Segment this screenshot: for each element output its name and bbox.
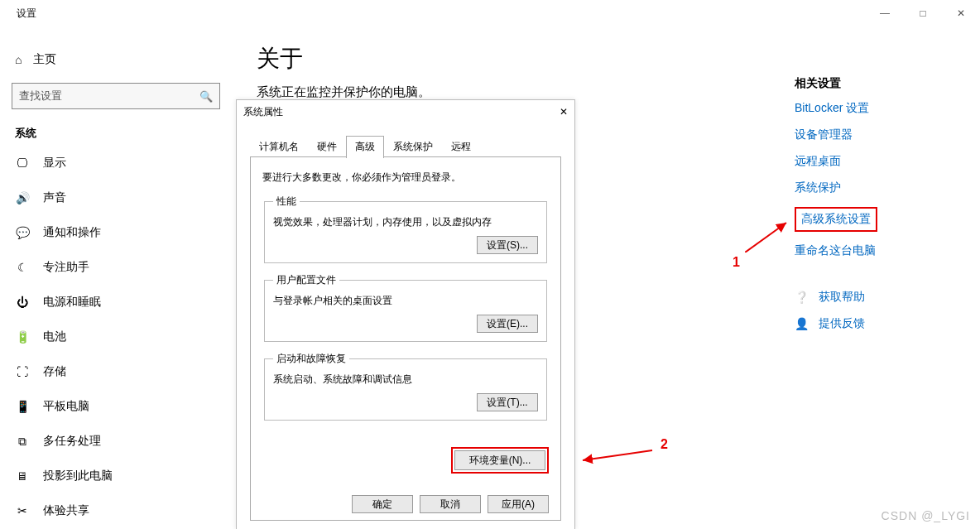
dialog-close-icon[interactable]: ✕ bbox=[560, 106, 568, 118]
sidebar-item-icon: 🖵 bbox=[15, 156, 30, 170]
group-legend: 性能 bbox=[273, 195, 300, 209]
feedback-icon: 👤 bbox=[795, 317, 809, 330]
sidebar-item-label: 多任务处理 bbox=[43, 434, 101, 449]
sidebar-item-1[interactable]: 🔊声音 bbox=[12, 180, 220, 215]
section-title: 系统 bbox=[15, 126, 220, 141]
tab-1[interactable]: 硬件 bbox=[308, 136, 346, 158]
sidebar-item-3[interactable]: ☾专注助手 bbox=[12, 250, 220, 285]
maximize-button[interactable]: □ bbox=[904, 0, 942, 26]
sidebar-item-icon: 🔋 bbox=[15, 330, 30, 344]
group-settings-button[interactable]: 设置(S)... bbox=[477, 236, 538, 254]
sidebar-item-icon: ☾ bbox=[15, 261, 30, 274]
group-text: 与登录帐户相关的桌面设置 bbox=[273, 294, 538, 308]
sidebar-item-icon: 🖥 bbox=[15, 469, 30, 483]
related-head: 相关设置 bbox=[795, 76, 960, 91]
page-title: 关于 bbox=[257, 43, 955, 75]
sidebar-item-6[interactable]: ⛶存储 bbox=[12, 354, 220, 389]
group-settings-button[interactable]: 设置(E)... bbox=[477, 315, 538, 333]
sidebar-item-label: 通知和操作 bbox=[43, 225, 101, 240]
sidebar-item-4[interactable]: ⏻电源和睡眠 bbox=[12, 285, 220, 320]
sidebar-item-0[interactable]: 🖵显示 bbox=[12, 146, 220, 180]
tab-0[interactable]: 计算机名 bbox=[250, 136, 308, 158]
sidebar-item-icon: ⏻ bbox=[15, 296, 30, 309]
apply-button[interactable]: 应用(A) bbox=[488, 495, 549, 513]
cancel-button[interactable]: 取消 bbox=[420, 495, 481, 513]
sidebar-item-label: 专注助手 bbox=[43, 260, 89, 275]
group-legend: 用户配置文件 bbox=[273, 273, 339, 287]
sidebar-item-label: 电源和睡眠 bbox=[43, 295, 101, 310]
sidebar-item-2[interactable]: 💬通知和操作 bbox=[12, 215, 220, 250]
link-advanced-system[interactable]: 高级系统设置 bbox=[801, 212, 871, 227]
sidebar-item-9[interactable]: 🖥投影到此电脑 bbox=[12, 459, 220, 493]
sidebar-item-5[interactable]: 🔋电池 bbox=[12, 320, 220, 354]
sidebar-item-icon: 💬 bbox=[15, 226, 30, 239]
sidebar-item-10[interactable]: ✂体验共享 bbox=[12, 493, 220, 528]
feedback-label: 提供反馈 bbox=[819, 316, 865, 331]
get-help-link[interactable]: ❔ 获取帮助 bbox=[795, 290, 960, 305]
group-settings-button[interactable]: 设置(T)... bbox=[477, 393, 538, 411]
tab-2[interactable]: 高级 bbox=[346, 136, 384, 158]
watermark: CSDN @_LYGI bbox=[882, 509, 970, 522]
home-icon: ⌂ bbox=[15, 53, 22, 66]
sidebar-item-label: 电池 bbox=[43, 329, 66, 344]
ok-button[interactable]: 确定 bbox=[352, 495, 413, 513]
annotation-2: 2 bbox=[661, 437, 668, 452]
group-2: 启动和故障恢复系统启动、系统故障和调试信息设置(T)... bbox=[264, 352, 547, 421]
link-device-manager[interactable]: 设备管理器 bbox=[795, 127, 960, 142]
sidebar-item-icon: ⧉ bbox=[15, 435, 30, 449]
env-vars-button[interactable]: 环境变量(N)... bbox=[454, 450, 545, 470]
group-1: 用户配置文件与登录帐户相关的桌面设置设置(E)... bbox=[264, 273, 547, 342]
tab-3[interactable]: 系统保护 bbox=[384, 136, 442, 158]
annotation-1: 1 bbox=[733, 255, 740, 270]
help-icon: ❔ bbox=[795, 291, 809, 304]
window-title: 设置 bbox=[17, 7, 36, 21]
close-button[interactable]: ✕ bbox=[942, 0, 980, 26]
group-legend: 启动和故障恢复 bbox=[273, 352, 349, 366]
sidebar-item-label: 投影到此电脑 bbox=[43, 469, 113, 483]
home-link[interactable]: ⌂ 主页 bbox=[12, 43, 220, 76]
home-label: 主页 bbox=[33, 52, 56, 67]
sidebar-item-label: 体验共享 bbox=[43, 503, 89, 518]
link-system-protect[interactable]: 系统保护 bbox=[795, 180, 960, 195]
minimize-button[interactable]: — bbox=[866, 0, 904, 26]
sidebar-item-label: 存储 bbox=[43, 364, 66, 379]
tab-4[interactable]: 远程 bbox=[442, 136, 480, 158]
link-rename-pc[interactable]: 重命名这台电脑 bbox=[795, 243, 960, 258]
dialog-title: 系统属性 bbox=[243, 105, 283, 119]
search-input[interactable]: 查找设置 🔍 bbox=[12, 83, 220, 109]
system-properties-dialog: 系统属性 ✕ 计算机名硬件高级系统保护远程 要进行大多数更改，你必须作为管理员登… bbox=[236, 99, 575, 529]
sidebar-item-label: 平板电脑 bbox=[43, 399, 89, 414]
link-remote-desktop[interactable]: 远程桌面 bbox=[795, 154, 960, 169]
sidebar-item-label: 显示 bbox=[43, 156, 66, 171]
search-icon: 🔍 bbox=[199, 90, 213, 103]
sidebar-item-icon: ⛶ bbox=[15, 365, 30, 378]
group-text: 系统启动、系统故障和调试信息 bbox=[273, 373, 538, 387]
feedback-link[interactable]: 👤 提供反馈 bbox=[795, 316, 960, 331]
help-label: 获取帮助 bbox=[819, 290, 865, 305]
related-settings: 相关设置 BitLocker 设置 设备管理器 远程桌面 系统保护 高级系统设置… bbox=[795, 76, 960, 343]
sidebar-item-7[interactable]: 📱平板电脑 bbox=[12, 389, 220, 424]
sidebar-item-icon: 📱 bbox=[15, 400, 30, 413]
sidebar-item-icon: 🔊 bbox=[15, 191, 30, 204]
dialog-tabs: 计算机名硬件高级系统保护远程 bbox=[250, 135, 561, 157]
titlebar: 设置 bbox=[0, 0, 980, 26]
search-placeholder: 查找设置 bbox=[19, 89, 62, 103]
sidebar: ⌂ 主页 查找设置 🔍 系统 🖵显示🔊声音💬通知和操作☾专注助手⏻电源和睡眠🔋电… bbox=[0, 26, 232, 529]
window-controls: — □ ✕ bbox=[866, 0, 980, 26]
sidebar-item-label: 声音 bbox=[43, 190, 66, 205]
sidebar-item-8[interactable]: ⧉多任务处理 bbox=[12, 424, 220, 459]
group-text: 视觉效果，处理器计划，内存使用，以及虚拟内存 bbox=[273, 215, 538, 229]
sidebar-item-icon: ✂ bbox=[15, 504, 30, 517]
link-bitlocker[interactable]: BitLocker 设置 bbox=[795, 101, 960, 116]
dialog-note: 要进行大多数更改，你必须作为管理员登录。 bbox=[262, 171, 549, 185]
group-0: 性能视觉效果，处理器计划，内存使用，以及虚拟内存设置(S)... bbox=[264, 195, 547, 263]
